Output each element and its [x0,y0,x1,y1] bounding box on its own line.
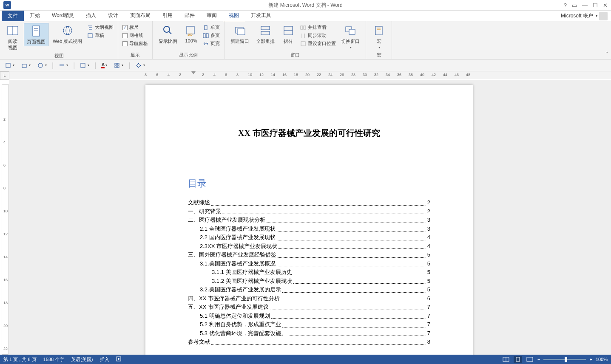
qat-item[interactable]: ▾ [20,62,32,69]
new-window-button[interactable]: 新建窗口 [228,23,252,45]
file-tab[interactable]: 文件 [2,11,24,21]
qat-item[interactable]: ▾ [134,62,147,69]
arrange-all-button[interactable]: 全部重排 [253,23,277,45]
multi-page-button[interactable]: 多页 [202,32,221,39]
toc-entry[interactable]: 3.1.1 美国医疗器械产业发展历史5 [188,268,430,277]
menu-tab[interactable]: 插入 [80,10,102,22]
ruler-corner: L [0,71,9,80]
zoom-button[interactable]: 显示比例 [156,23,180,45]
ribbon-group-show: ✓标尺 网格线 导航窗格 显示 [118,21,153,59]
reading-view-button[interactable]: 阅读 视图 [3,23,22,52]
toc-entry[interactable]: 五、XX 市医疗器械产业发展建议7 [188,303,430,311]
svg-point-32 [38,63,43,68]
toc-entry[interactable]: 2.1 全球医疗器械产业发展现状3 [188,225,430,233]
page-width-button[interactable]: 页宽 [202,40,221,47]
zoom-level[interactable]: 100% [596,357,608,362]
toc-entry[interactable]: 2.3XX 市医疗器械产业发展现状4 [188,242,430,251]
toc-entry[interactable]: 四、XX 市医疗器械产业的可行性分析6 [188,294,430,303]
toc-entry[interactable]: 5.3 优化营商环境，完善配套设施。7 [188,329,430,338]
zoom-in-button[interactable]: + [589,357,592,362]
switch-windows-button[interactable]: 切换窗口▾ [338,23,362,50]
toc-entry[interactable]: 2.2 国内医疗器械产业发展现状4 [188,233,430,242]
collapse-ribbon-icon[interactable]: ˆ [606,51,608,57]
web-layout-button[interactable]: Web 版式视图 [50,23,85,45]
qat-item[interactable]: ▾ [36,62,48,69]
toc-entry[interactable]: 文献综述2 [188,198,430,207]
menu-tab[interactable]: 邮件 [179,10,201,22]
draft-view-button[interactable]: 草稿 [86,32,114,39]
document-area[interactable]: XX 市医疗器械产业发展的可行性研究 目录 文献综述2一、研究背景2二、医疗器械… [9,80,611,355]
ruler-tick: 32 [374,73,378,77]
menu-tab[interactable]: 开始 [24,10,46,22]
ruler-tick: 38 [409,73,413,77]
qat-font-color[interactable]: A▾ [99,61,109,69]
menu-tab[interactable]: 开发工具 [245,10,277,22]
insert-mode[interactable]: 插入 [100,356,109,363]
zoom-slider[interactable] [543,359,586,360]
svg-rect-37 [117,63,119,65]
svg-rect-2 [33,26,40,36]
menu-tab[interactable]: 页面布局 [124,10,156,22]
outline-view-button[interactable]: 大纲视图 [86,24,114,31]
ruler-tick: 36 [397,73,401,77]
ribbon-options-icon[interactable]: ▭ [572,2,577,8]
help-icon[interactable]: ? [564,2,567,8]
page-indicator[interactable]: 第 1 页 , 共 8 页 [3,356,37,363]
document-page[interactable]: XX 市医疗器械产业发展的可行性研究 目录 文献综述2一、研究背景2二、医疗器械… [145,85,473,355]
menu-tab[interactable]: 引用 [156,10,179,22]
toc-entry[interactable]: 二、医疗器械产业发展现状分析3 [188,216,430,224]
ruler-tick: 26 [340,73,344,77]
ruler-tick: 24 [328,73,332,77]
qat-item[interactable]: ▾ [112,62,125,69]
toc-entry[interactable]: 5.1 明确总体定位和发展规划7 [188,312,430,320]
word-count[interactable]: 1588 个字 [43,356,65,363]
menu-tab[interactable]: 审阅 [201,10,223,22]
read-mode-view-button[interactable] [502,356,510,363]
toc-heading[interactable]: 目录 [188,177,430,190]
zoom-100-button[interactable]: 100 100% [182,23,200,44]
web-layout-icon [61,24,74,37]
document-title[interactable]: XX 市医疗器械产业发展的可行性研究 [188,127,430,139]
toc-entry[interactable]: 3.1.2 美国医疗器械产业发展现状5 [188,277,430,285]
zoom-out-button[interactable]: − [537,357,540,362]
account-area[interactable]: Microsoft 帐户 ▾ [561,12,608,20]
toc-entry[interactable]: 5.2 利用自身优势，形成重点产业7 [188,320,430,329]
quick-access-toolbar: ▾ ▾ ▾ | ▾ | ▾ | A▾ ▾ | ▾ [0,59,611,71]
toc-entry[interactable]: 参考文献8 [188,338,430,346]
ruler-tick: 6 [225,73,227,77]
ruler-tick: 10 [3,209,8,213]
one-page-button[interactable]: 单页 [202,24,221,31]
macros-button[interactable]: 宏▾ [369,23,388,50]
toc-entry[interactable]: 3.2.美国医疗器械产业发展的启示5 [188,285,430,294]
minimize-icon[interactable]: — [582,2,588,8]
ruler-tick: 40 [420,73,424,77]
navpane-checkbox[interactable]: 导航窗格 [122,40,149,47]
toc-entry[interactable]: 3.1.美国医疗器械产业发展概况5 [188,260,430,268]
qat-item[interactable]: ▾ [3,62,16,69]
titlebar: W 新建 Microsoft Word 文档 - Word ? ▭ — ☐ ✕ [0,0,611,11]
maximize-icon[interactable]: ☐ [593,2,598,8]
menu-tab[interactable]: Word精灵 [46,10,80,22]
menu-tab[interactable]: 设计 [102,10,124,22]
ruler-tick: 22 [317,73,321,77]
close-icon[interactable]: ✕ [603,2,608,8]
menu-tab[interactable]: 视图 [223,10,245,22]
toc-entry[interactable]: 一、研究背景2 [188,207,430,216]
qat-item[interactable]: ▾ [57,62,70,69]
svg-rect-19 [237,29,245,35]
new-window-icon [233,24,247,37]
ruler-tick: 20 [3,324,8,328]
split-icon [281,24,295,37]
zoom-icon [161,24,175,37]
macro-record-icon[interactable] [116,356,121,363]
web-layout-view-button[interactable] [526,356,534,363]
toc-entry[interactable]: 三、国外医疗器械产业发展经验借鉴5 [188,251,430,259]
ruler-checkbox[interactable]: ✓标尺 [122,24,149,31]
print-layout-view-button[interactable] [514,356,522,363]
split-button[interactable]: 拆分 [279,23,298,45]
svg-rect-10 [88,34,92,38]
language-indicator[interactable]: 英语(美国) [71,356,93,363]
print-layout-button[interactable]: 页面视图 [24,23,48,46]
qat-item[interactable]: ▾ [78,62,91,69]
gridlines-checkbox[interactable]: 网格线 [122,32,149,39]
